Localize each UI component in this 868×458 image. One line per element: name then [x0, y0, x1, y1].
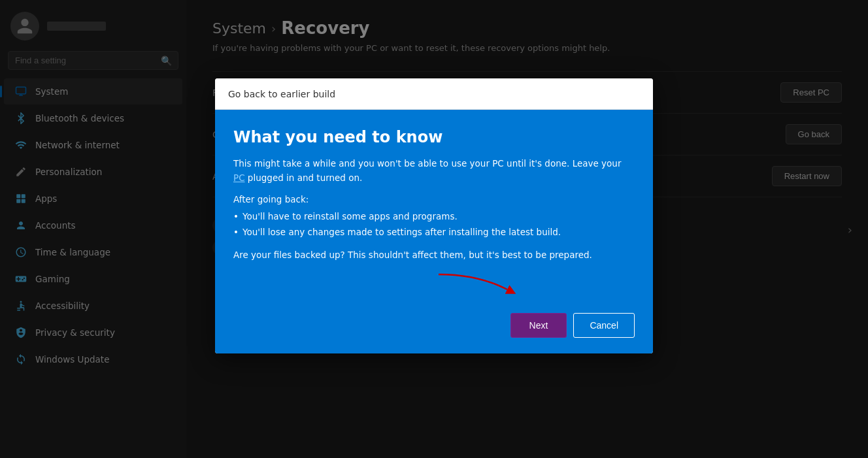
dialog-wrapper: Go back to earlier build What you need t… [0, 0, 868, 458]
dialog-list-item-2: You'll lose any changes made to settings… [233, 225, 635, 238]
dialog-list: You'll have to reinstall some apps and p… [233, 210, 635, 239]
dialog-subheading: After going back: [233, 194, 635, 204]
dialog-body: What you need to know This might take a … [215, 110, 653, 353]
dialog-title: What you need to know [233, 128, 635, 146]
next-button[interactable]: Next [510, 313, 567, 338]
dialog-header: Go back to earlier build [215, 78, 653, 110]
cancel-button[interactable]: Cancel [573, 313, 635, 338]
dialog-actions: Next Cancel [233, 313, 635, 338]
go-back-dialog: Go back to earlier build What you need t… [215, 78, 653, 353]
dialog-pc-link[interactable]: PC [233, 172, 245, 183]
dialog-header-title: Go back to earlier build [228, 89, 335, 99]
arrow-svg [399, 271, 530, 304]
dialog-note: Are your files backed up? This shouldn't… [233, 248, 635, 263]
arrow-annotation [233, 278, 635, 310]
dialog-list-item-1: You'll have to reinstall some apps and p… [233, 210, 635, 223]
dialog-para1: This might take a while and you won't be… [233, 157, 635, 185]
